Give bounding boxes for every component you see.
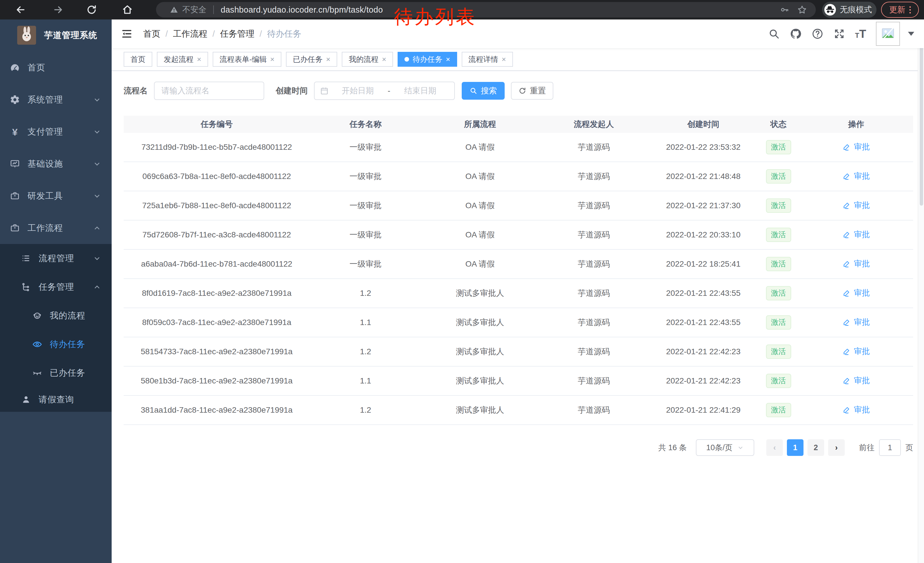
close-icon[interactable]: × — [446, 52, 450, 66]
approve-button[interactable]: 审批 — [842, 229, 870, 240]
reset-button[interactable]: 重置 — [511, 82, 553, 100]
close-icon[interactable]: × — [197, 52, 201, 66]
status-badge: 激活 — [766, 403, 791, 417]
search-button-label: 搜索 — [481, 86, 497, 96]
chevron-down-icon — [93, 128, 101, 136]
scrollbar-thumb[interactable] — [920, 45, 923, 206]
password-key-icon[interactable] — [780, 5, 789, 15]
table-row: a6aba0a4-7b6d-11ec-b781-acde48001122 一级审… — [124, 250, 913, 279]
tab-home[interactable]: 首页 — [124, 52, 152, 67]
avatar-caret-icon[interactable] — [908, 32, 914, 36]
app-logo-row[interactable]: 芋道管理系统 — [0, 20, 112, 51]
approve-button[interactable]: 审批 — [842, 141, 870, 152]
sidebar-item-todo-tasks[interactable]: 待办任务 — [0, 330, 112, 359]
sidebar-item-workflow[interactable]: 工作流程 — [0, 212, 112, 244]
sidebar-item-process-management[interactable]: 流程管理 — [0, 244, 112, 273]
avatar[interactable] — [876, 22, 900, 46]
workflow-submenu: 流程管理 任务管理 我的流程 待办任务 已办 — [0, 244, 112, 412]
table-row: 069c6a63-7b8a-11ec-8ef0-acde48001122 一级审… — [124, 162, 913, 191]
close-icon[interactable]: × — [270, 52, 274, 66]
sidebar-item-devtools[interactable]: 研发工具 — [0, 180, 112, 212]
column-header: 操作 — [799, 119, 913, 130]
end-date-placeholder[interactable]: 结束日期 — [392, 86, 449, 96]
tab-form-edit[interactable]: 流程表单-编辑× — [213, 52, 281, 67]
process-name-input[interactable] — [154, 82, 264, 100]
approve-button[interactable]: 审批 — [842, 258, 870, 269]
approve-button[interactable]: 审批 — [842, 346, 870, 357]
sidebar-item-home[interactable]: 首页 — [0, 51, 112, 84]
tab-my-process[interactable]: 我的流程× — [342, 52, 393, 67]
approve-button[interactable]: 审批 — [842, 375, 870, 386]
font-size-icon[interactable]: TT — [855, 29, 866, 39]
page-size-select[interactable]: 10条/页 — [696, 439, 754, 456]
tab-label: 待办任务 — [412, 52, 442, 66]
tab-start-process[interactable]: 发起流程× — [157, 52, 208, 67]
breadcrumb-item[interactable]: 任务管理 — [220, 28, 255, 40]
breadcrumb-item[interactable]: 工作流程 — [173, 28, 207, 40]
sidebar-item-done-tasks[interactable]: 已办任务 — [0, 359, 112, 387]
browser-update-button[interactable]: 更新 — [881, 2, 919, 18]
pagination-total: 共 16 条 — [658, 443, 687, 453]
close-icon[interactable]: × — [382, 52, 386, 66]
security-label[interactable]: 不安全 — [182, 4, 206, 15]
main-area: 首页 / 工作流程 / 任务管理 / 待办任务 TT 首页 — [112, 20, 924, 563]
approve-button[interactable]: 审批 — [842, 404, 870, 415]
approve-button[interactable]: 审批 — [842, 288, 870, 299]
cell-task-name: 1.1 — [310, 376, 422, 386]
sidebar-item-my-process[interactable]: 我的流程 — [0, 301, 112, 330]
sidebar-item-infrastructure[interactable]: 基础设施 — [0, 148, 112, 180]
date-range-picker[interactable]: 开始日期 - 结束日期 — [314, 82, 455, 100]
tab-label: 首页 — [130, 52, 146, 66]
sidebar-item-label: 任务管理 — [39, 281, 74, 293]
calendar-icon — [320, 86, 329, 95]
sidebar-item-label: 研发工具 — [27, 190, 63, 202]
cell-starter: 芋道源码 — [539, 230, 649, 240]
sidebar-item-task-management[interactable]: 任务管理 — [0, 273, 112, 301]
close-icon[interactable]: × — [502, 52, 506, 66]
search-button[interactable]: 搜索 — [462, 82, 505, 100]
browser-forward-icon[interactable] — [52, 4, 64, 15]
status-badge: 激活 — [766, 140, 791, 154]
column-header: 任务编号 — [124, 119, 310, 130]
start-date-placeholder[interactable]: 开始日期 — [329, 86, 386, 96]
approve-button[interactable]: 审批 — [842, 200, 870, 211]
page-button-1[interactable]: 1 — [787, 439, 804, 456]
browser-back-icon[interactable] — [15, 4, 26, 15]
approve-button[interactable]: 审批 — [842, 317, 870, 327]
prev-page-button[interactable]: ‹ — [766, 439, 783, 456]
approve-button[interactable]: 审批 — [842, 171, 870, 182]
table-row: 73211d9d-7b9b-11ec-b5b7-acde48001122 一级审… — [124, 133, 913, 162]
page-button-2[interactable]: 2 — [807, 439, 824, 456]
approve-label: 审批 — [854, 258, 870, 269]
tab-todo-tasks[interactable]: 待办任务× — [398, 52, 457, 67]
address-bar[interactable]: 不安全 dashboard.yudao.iocoder.cn/bpm/task/… — [156, 2, 816, 18]
cell-task-name: 1.2 — [310, 405, 422, 415]
cell-starter: 芋道源码 — [539, 142, 649, 153]
bookmark-star-icon[interactable] — [797, 5, 807, 15]
browser-reload-icon[interactable] — [86, 4, 98, 15]
goto-page-input[interactable] — [879, 439, 901, 456]
breadcrumb-item[interactable]: 首页 — [143, 28, 160, 40]
sidebar-item-system[interactable]: 系统管理 — [0, 84, 112, 116]
browser-menu-icon[interactable] — [909, 6, 911, 14]
tab-process-detail[interactable]: 流程详情× — [462, 52, 513, 67]
page-scrollbar[interactable] — [918, 20, 924, 563]
approve-label: 审批 — [854, 171, 870, 182]
close-icon[interactable]: × — [326, 52, 330, 66]
goto-label: 前往 — [859, 443, 874, 453]
url-text[interactable]: dashboard.yudao.iocoder.cn/bpm/task/todo — [221, 5, 383, 15]
sidebar-collapse-icon[interactable] — [121, 28, 133, 40]
cell-starter: 芋道源码 — [539, 200, 649, 211]
sidebar-item-leave-query[interactable]: 请假查询 — [0, 387, 112, 412]
help-icon[interactable] — [812, 28, 824, 40]
tab-done-tasks[interactable]: 已办任务× — [286, 52, 337, 67]
browser-home-icon[interactable] — [122, 4, 133, 15]
sidebar-item-payment[interactable]: ¥ 支付管理 — [0, 116, 112, 148]
search-icon[interactable] — [768, 28, 780, 40]
status-badge: 激活 — [766, 374, 791, 388]
fullscreen-icon[interactable] — [833, 28, 845, 40]
breadcrumb-separator: / — [212, 29, 214, 39]
breadcrumb-separator: / — [260, 29, 262, 39]
github-icon[interactable] — [790, 28, 802, 40]
next-page-button[interactable]: › — [828, 439, 845, 456]
